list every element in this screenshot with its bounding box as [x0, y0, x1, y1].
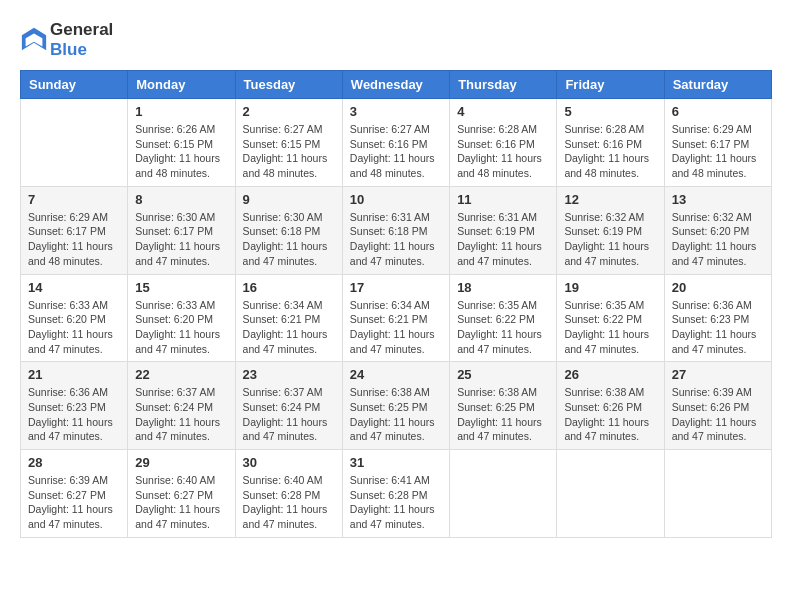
day-info: Sunrise: 6:37 AMSunset: 6:24 PMDaylight:…	[243, 385, 335, 444]
day-number: 5	[564, 104, 656, 119]
calendar-cell: 11Sunrise: 6:31 AMSunset: 6:19 PMDayligh…	[450, 186, 557, 274]
day-info: Sunrise: 6:35 AMSunset: 6:22 PMDaylight:…	[564, 298, 656, 357]
calendar-cell: 19Sunrise: 6:35 AMSunset: 6:22 PMDayligh…	[557, 274, 664, 362]
day-info: Sunrise: 6:33 AMSunset: 6:20 PMDaylight:…	[135, 298, 227, 357]
calendar-cell	[21, 99, 128, 187]
day-info: Sunrise: 6:30 AMSunset: 6:18 PMDaylight:…	[243, 210, 335, 269]
day-number: 15	[135, 280, 227, 295]
day-info: Sunrise: 6:38 AMSunset: 6:26 PMDaylight:…	[564, 385, 656, 444]
day-number: 26	[564, 367, 656, 382]
day-info: Sunrise: 6:36 AMSunset: 6:23 PMDaylight:…	[672, 298, 764, 357]
calendar-header-row: SundayMondayTuesdayWednesdayThursdayFrid…	[21, 71, 772, 99]
day-info: Sunrise: 6:27 AMSunset: 6:15 PMDaylight:…	[243, 122, 335, 181]
day-number: 14	[28, 280, 120, 295]
calendar-week-row: 1Sunrise: 6:26 AMSunset: 6:15 PMDaylight…	[21, 99, 772, 187]
calendar-cell: 29Sunrise: 6:40 AMSunset: 6:27 PMDayligh…	[128, 450, 235, 538]
calendar-week-row: 14Sunrise: 6:33 AMSunset: 6:20 PMDayligh…	[21, 274, 772, 362]
day-info: Sunrise: 6:34 AMSunset: 6:21 PMDaylight:…	[350, 298, 442, 357]
calendar-cell: 9Sunrise: 6:30 AMSunset: 6:18 PMDaylight…	[235, 186, 342, 274]
calendar-cell: 5Sunrise: 6:28 AMSunset: 6:16 PMDaylight…	[557, 99, 664, 187]
calendar-cell	[664, 450, 771, 538]
calendar-cell: 24Sunrise: 6:38 AMSunset: 6:25 PMDayligh…	[342, 362, 449, 450]
calendar-table: SundayMondayTuesdayWednesdayThursdayFrid…	[20, 70, 772, 538]
day-number: 25	[457, 367, 549, 382]
day-info: Sunrise: 6:40 AMSunset: 6:27 PMDaylight:…	[135, 473, 227, 532]
day-number: 22	[135, 367, 227, 382]
day-info: Sunrise: 6:28 AMSunset: 6:16 PMDaylight:…	[457, 122, 549, 181]
day-info: Sunrise: 6:41 AMSunset: 6:28 PMDaylight:…	[350, 473, 442, 532]
day-info: Sunrise: 6:32 AMSunset: 6:20 PMDaylight:…	[672, 210, 764, 269]
calendar-cell: 20Sunrise: 6:36 AMSunset: 6:23 PMDayligh…	[664, 274, 771, 362]
calendar-cell: 7Sunrise: 6:29 AMSunset: 6:17 PMDaylight…	[21, 186, 128, 274]
logo-text-general: General	[50, 20, 113, 39]
calendar-cell: 30Sunrise: 6:40 AMSunset: 6:28 PMDayligh…	[235, 450, 342, 538]
day-header-monday: Monday	[128, 71, 235, 99]
calendar-cell: 16Sunrise: 6:34 AMSunset: 6:21 PMDayligh…	[235, 274, 342, 362]
day-header-friday: Friday	[557, 71, 664, 99]
day-number: 10	[350, 192, 442, 207]
calendar-cell	[450, 450, 557, 538]
day-info: Sunrise: 6:37 AMSunset: 6:24 PMDaylight:…	[135, 385, 227, 444]
calendar-cell: 28Sunrise: 6:39 AMSunset: 6:27 PMDayligh…	[21, 450, 128, 538]
day-number: 18	[457, 280, 549, 295]
calendar-cell: 27Sunrise: 6:39 AMSunset: 6:26 PMDayligh…	[664, 362, 771, 450]
day-number: 27	[672, 367, 764, 382]
day-number: 13	[672, 192, 764, 207]
day-number: 20	[672, 280, 764, 295]
calendar-week-row: 21Sunrise: 6:36 AMSunset: 6:23 PMDayligh…	[21, 362, 772, 450]
calendar-cell: 6Sunrise: 6:29 AMSunset: 6:17 PMDaylight…	[664, 99, 771, 187]
day-number: 9	[243, 192, 335, 207]
calendar-cell	[557, 450, 664, 538]
day-info: Sunrise: 6:29 AMSunset: 6:17 PMDaylight:…	[672, 122, 764, 181]
day-number: 21	[28, 367, 120, 382]
day-number: 8	[135, 192, 227, 207]
day-number: 4	[457, 104, 549, 119]
calendar-cell: 1Sunrise: 6:26 AMSunset: 6:15 PMDaylight…	[128, 99, 235, 187]
day-header-tuesday: Tuesday	[235, 71, 342, 99]
calendar-cell: 2Sunrise: 6:27 AMSunset: 6:15 PMDaylight…	[235, 99, 342, 187]
calendar-cell: 25Sunrise: 6:38 AMSunset: 6:25 PMDayligh…	[450, 362, 557, 450]
day-info: Sunrise: 6:39 AMSunset: 6:26 PMDaylight:…	[672, 385, 764, 444]
day-info: Sunrise: 6:32 AMSunset: 6:19 PMDaylight:…	[564, 210, 656, 269]
day-number: 11	[457, 192, 549, 207]
day-info: Sunrise: 6:34 AMSunset: 6:21 PMDaylight:…	[243, 298, 335, 357]
calendar-cell: 21Sunrise: 6:36 AMSunset: 6:23 PMDayligh…	[21, 362, 128, 450]
day-header-sunday: Sunday	[21, 71, 128, 99]
calendar-cell: 23Sunrise: 6:37 AMSunset: 6:24 PMDayligh…	[235, 362, 342, 450]
day-number: 23	[243, 367, 335, 382]
calendar-cell: 31Sunrise: 6:41 AMSunset: 6:28 PMDayligh…	[342, 450, 449, 538]
calendar-cell: 12Sunrise: 6:32 AMSunset: 6:19 PMDayligh…	[557, 186, 664, 274]
day-info: Sunrise: 6:36 AMSunset: 6:23 PMDaylight:…	[28, 385, 120, 444]
calendar-cell: 18Sunrise: 6:35 AMSunset: 6:22 PMDayligh…	[450, 274, 557, 362]
day-info: Sunrise: 6:26 AMSunset: 6:15 PMDaylight:…	[135, 122, 227, 181]
calendar-cell: 4Sunrise: 6:28 AMSunset: 6:16 PMDaylight…	[450, 99, 557, 187]
day-number: 12	[564, 192, 656, 207]
day-number: 16	[243, 280, 335, 295]
day-info: Sunrise: 6:40 AMSunset: 6:28 PMDaylight:…	[243, 473, 335, 532]
calendar-cell: 3Sunrise: 6:27 AMSunset: 6:16 PMDaylight…	[342, 99, 449, 187]
calendar-week-row: 28Sunrise: 6:39 AMSunset: 6:27 PMDayligh…	[21, 450, 772, 538]
day-header-thursday: Thursday	[450, 71, 557, 99]
day-info: Sunrise: 6:31 AMSunset: 6:18 PMDaylight:…	[350, 210, 442, 269]
day-number: 30	[243, 455, 335, 470]
calendar-cell: 15Sunrise: 6:33 AMSunset: 6:20 PMDayligh…	[128, 274, 235, 362]
day-info: Sunrise: 6:30 AMSunset: 6:17 PMDaylight:…	[135, 210, 227, 269]
day-header-saturday: Saturday	[664, 71, 771, 99]
day-info: Sunrise: 6:31 AMSunset: 6:19 PMDaylight:…	[457, 210, 549, 269]
day-number: 1	[135, 104, 227, 119]
day-number: 6	[672, 104, 764, 119]
day-number: 28	[28, 455, 120, 470]
day-number: 7	[28, 192, 120, 207]
day-info: Sunrise: 6:38 AMSunset: 6:25 PMDaylight:…	[457, 385, 549, 444]
day-number: 3	[350, 104, 442, 119]
logo-text-blue: Blue	[50, 40, 87, 59]
day-number: 2	[243, 104, 335, 119]
day-info: Sunrise: 6:29 AMSunset: 6:17 PMDaylight:…	[28, 210, 120, 269]
day-info: Sunrise: 6:27 AMSunset: 6:16 PMDaylight:…	[350, 122, 442, 181]
day-info: Sunrise: 6:39 AMSunset: 6:27 PMDaylight:…	[28, 473, 120, 532]
day-info: Sunrise: 6:28 AMSunset: 6:16 PMDaylight:…	[564, 122, 656, 181]
day-number: 19	[564, 280, 656, 295]
logo: General Blue	[20, 20, 113, 60]
calendar-cell: 13Sunrise: 6:32 AMSunset: 6:20 PMDayligh…	[664, 186, 771, 274]
calendar-cell: 8Sunrise: 6:30 AMSunset: 6:17 PMDaylight…	[128, 186, 235, 274]
